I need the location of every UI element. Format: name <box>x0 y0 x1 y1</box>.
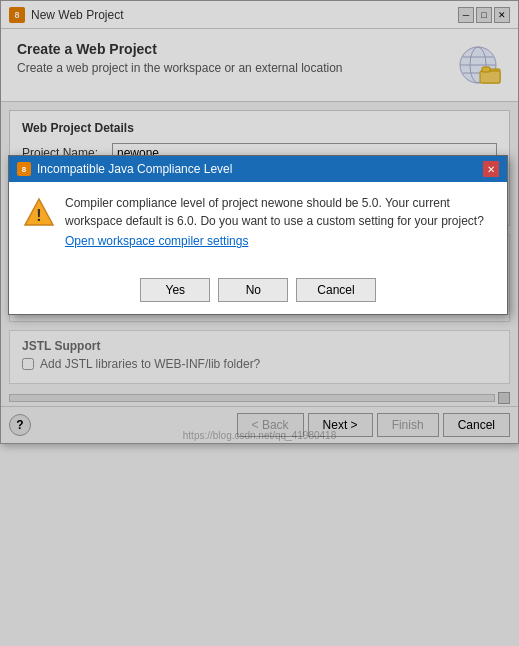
dialog-cancel-button[interactable]: Cancel <box>296 278 375 302</box>
no-button[interactable]: No <box>218 278 288 302</box>
dialog-body: ! Compiler compliance level of project n… <box>9 182 507 270</box>
dialog-link[interactable]: Open workspace compiler settings <box>65 234 493 248</box>
dialog-message-text: Compiler compliance level of project new… <box>65 196 484 228</box>
dialog-message-container: Compiler compliance level of project new… <box>65 194 493 248</box>
yes-button[interactable]: Yes <box>140 278 210 302</box>
dialog-title-left: 8 Incompatible Java Compliance Level <box>17 162 232 176</box>
dialog-title-bar: 8 Incompatible Java Compliance Level ✕ <box>9 156 507 182</box>
dialog-overlay: 8 Incompatible Java Compliance Level ✕ !… <box>0 0 519 646</box>
warning-icon: ! <box>23 196 55 228</box>
dialog-buttons: Yes No Cancel <box>9 270 507 314</box>
dialog-message-row: ! Compiler compliance level of project n… <box>23 194 493 248</box>
dialog-close-button[interactable]: ✕ <box>483 161 499 177</box>
svg-text:!: ! <box>36 207 41 224</box>
dialog: 8 Incompatible Java Compliance Level ✕ !… <box>8 155 508 315</box>
dialog-title: Incompatible Java Compliance Level <box>37 162 232 176</box>
dialog-icon: 8 <box>17 162 31 176</box>
